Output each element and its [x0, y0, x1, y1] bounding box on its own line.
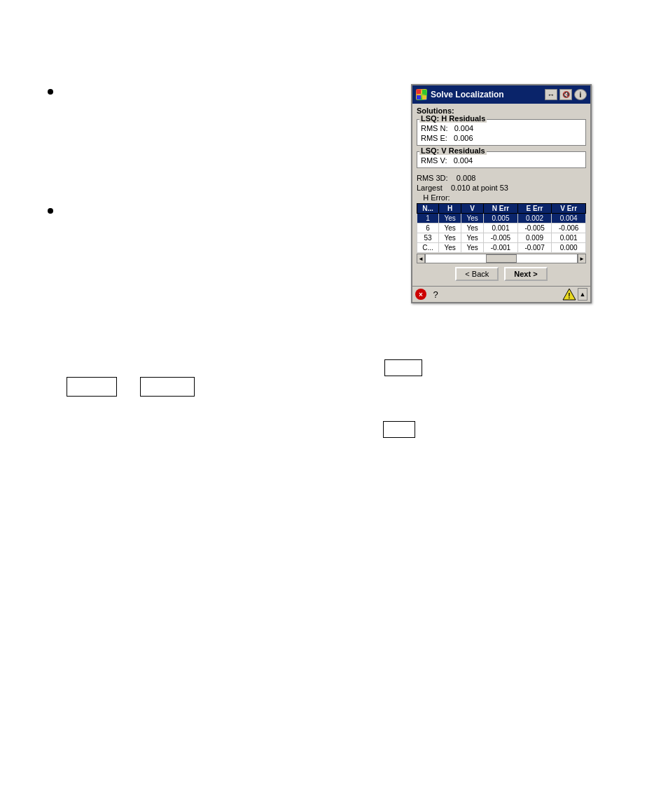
outline-box-2: [140, 377, 195, 397]
scroll-right-button[interactable]: ►: [578, 254, 586, 263]
v-residuals-group: LSQ: V Residuals RMS V: 0.004: [417, 151, 586, 168]
cell-n-err: 0.005: [484, 214, 518, 223]
cell-v: Yes: [461, 223, 484, 233]
cell-e-err: 0.009: [517, 233, 552, 243]
h-error-label: H Error:: [423, 193, 450, 202]
svg-rect-3: [422, 95, 426, 99]
table-row[interactable]: 6 Yes Yes 0.001 -0.005 -0.006: [417, 223, 586, 233]
solve-localization-dialog: Solve Localization ↔ 🔇 i Solutions: LSQ:…: [411, 84, 592, 303]
cell-h: Yes: [439, 223, 461, 233]
help-status-icon[interactable]: ?: [430, 289, 441, 300]
rms-n-label: RMS N:: [421, 124, 448, 132]
rms-e-value: 0.006: [454, 134, 473, 142]
col-v-err: V Err: [552, 204, 586, 214]
outline-box-4: [383, 421, 415, 438]
cell-v: Yes: [461, 214, 484, 223]
cell-e-err: 0.002: [517, 214, 552, 223]
cell-n: 6: [417, 223, 439, 233]
status-bar: × ? ! ▲: [412, 286, 590, 302]
rms-v-label: RMS V:: [421, 156, 447, 165]
h-residuals-group: LSQ: H Residuals RMS N: 0.004 RMS E: 0.0…: [417, 119, 586, 146]
back-button[interactable]: < Back: [455, 267, 499, 281]
col-n: N...: [417, 204, 439, 214]
rms-n-value: 0.004: [454, 124, 474, 132]
svg-text:!: !: [568, 292, 570, 300]
svg-rect-0: [417, 90, 421, 94]
h-residuals-title: LSQ: H Residuals: [419, 114, 487, 123]
dialog-content: Solutions: LSQ: H Residuals RMS N: 0.004…: [412, 104, 590, 286]
rms-3d-value: 0.008: [457, 174, 476, 182]
scroll-left-button[interactable]: ◄: [417, 254, 425, 263]
cell-n-err: -0.005: [484, 233, 518, 243]
info-button[interactable]: i: [574, 89, 587, 100]
cell-v: Yes: [461, 243, 484, 253]
col-n-err: N Err: [484, 204, 518, 214]
largest-label: Largest: [417, 184, 443, 192]
cell-n-err: -0.001: [484, 243, 518, 253]
scroll-thumb[interactable]: [486, 254, 516, 263]
windows-logo-icon: [416, 89, 427, 100]
cell-v: Yes: [461, 233, 484, 243]
resize-button[interactable]: ↔: [545, 89, 557, 100]
table-row[interactable]: 53 Yes Yes -0.005 0.009 0.001: [417, 233, 586, 243]
residuals-table: N... H V N Err E Err V Err 1 Yes Yes 0.0…: [417, 203, 586, 253]
cell-n: C...: [417, 243, 439, 253]
cell-v-err: 0.000: [552, 243, 586, 253]
outline-box-1: [67, 377, 117, 397]
scroll-up-button[interactable]: ▲: [578, 288, 587, 301]
cell-n: 1: [417, 214, 439, 223]
close-x: ×: [419, 291, 423, 298]
v-residuals-title: LSQ: V Residuals: [419, 146, 487, 155]
warning-triangle-icon: !: [562, 288, 576, 301]
outline-box-3: [384, 359, 422, 376]
cell-n: 53: [417, 233, 439, 243]
next-button[interactable]: Next >: [504, 267, 547, 281]
table-row[interactable]: C... Yes Yes -0.001 -0.007 0.000: [417, 243, 586, 253]
rms-3d-line: RMS 3D: 0.008: [417, 174, 586, 182]
cell-v-err: 0.004: [552, 214, 586, 223]
rms-e-label: RMS E:: [421, 134, 447, 142]
h-error-line: H Error:: [417, 193, 586, 202]
col-h: H: [439, 204, 461, 214]
title-bar: Solve Localization ↔ 🔇 i: [412, 85, 590, 104]
title-bar-controls: ↔ 🔇 i: [545, 89, 587, 100]
dialog-title: Solve Localization: [431, 90, 504, 99]
horizontal-scrollbar[interactable]: ◄ ►: [417, 254, 586, 263]
svg-rect-2: [417, 95, 421, 99]
cell-h: Yes: [439, 243, 461, 253]
col-v: V: [461, 204, 484, 214]
col-e-err: E Err: [517, 204, 552, 214]
bullet-point-1: [48, 89, 53, 95]
bullet-point-2: [48, 208, 53, 214]
rms-v-value: 0.004: [454, 156, 473, 165]
table-row[interactable]: 1 Yes Yes 0.005 0.002 0.004: [417, 214, 586, 223]
cell-h: Yes: [439, 233, 461, 243]
warning-wrapper: ! ▲: [562, 288, 587, 301]
svg-rect-1: [422, 90, 426, 94]
button-row: < Back Next >: [417, 263, 586, 283]
scroll-track[interactable]: [425, 254, 578, 263]
rms-3d-label: RMS 3D:: [417, 174, 448, 182]
largest-line: Largest 0.010 at point 53: [417, 184, 586, 192]
largest-value: 0.010 at point 53: [451, 184, 508, 192]
cell-e-err: -0.005: [517, 223, 552, 233]
cell-v-err: -0.006: [552, 223, 586, 233]
mute-button[interactable]: 🔇: [559, 89, 572, 100]
close-status-icon[interactable]: ×: [415, 289, 426, 300]
cell-v-err: 0.001: [552, 233, 586, 243]
cell-n-err: 0.001: [484, 223, 518, 233]
title-bar-left: Solve Localization: [416, 89, 504, 100]
cell-e-err: -0.007: [517, 243, 552, 253]
question-mark: ?: [433, 289, 438, 300]
cell-h: Yes: [439, 214, 461, 223]
